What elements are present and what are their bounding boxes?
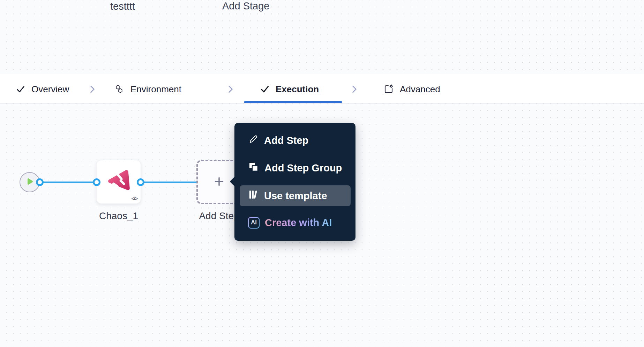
- menu-item-add-step[interactable]: Add Step: [240, 131, 351, 150]
- tab-label: Overview: [31, 84, 69, 95]
- library-icon: [248, 189, 259, 202]
- menu-item-add-step-group[interactable]: Add Step Group: [240, 158, 351, 178]
- connector-endpoint[interactable]: [137, 178, 144, 186]
- active-tab-underline: [244, 101, 342, 103]
- tab-overview[interactable]: Overview: [15, 83, 69, 95]
- tab-label: Environment: [130, 84, 181, 95]
- check-icon: [15, 84, 26, 94]
- pencil-icon: [248, 134, 259, 147]
- ai-badge-icon: AI: [248, 217, 260, 229]
- menu-item-label: Use template: [264, 190, 327, 202]
- chevron-right-icon: [350, 85, 359, 94]
- menu-item-use-template[interactable]: Use template: [240, 185, 351, 206]
- pipeline-studio: testttt Add Stage Overview Environment: [0, 0, 644, 347]
- copy-squares-icon: [248, 161, 259, 175]
- tab-execution[interactable]: Execution: [260, 83, 319, 95]
- chaos-logo-icon: [106, 169, 132, 195]
- add-stage-label[interactable]: Add Stage: [222, 0, 269, 12]
- check-icon: [260, 84, 270, 94]
- stage-name-label: testttt: [110, 1, 135, 12]
- step-node-label: Chaos_1: [91, 210, 147, 222]
- menu-item-label: Add Step: [264, 135, 308, 146]
- hexagons-icon: [114, 84, 125, 94]
- code-icon: </>: [132, 196, 137, 201]
- connector-endpoint[interactable]: [93, 178, 100, 186]
- play-icon: [24, 176, 35, 188]
- plus-icon: [213, 176, 225, 189]
- add-step-context-menu: Add Step Add Step Group Use template: [234, 123, 355, 241]
- panel-gear-icon: [383, 84, 394, 95]
- tab-label: Execution: [276, 84, 319, 95]
- tab-advanced[interactable]: Advanced: [383, 83, 440, 95]
- chevron-right-icon: [226, 85, 235, 94]
- menu-item-label: Add Step Group: [264, 162, 342, 174]
- menu-item-create-with-ai[interactable]: AI Create with AI: [240, 213, 351, 232]
- step-node-chaos[interactable]: </>: [96, 160, 141, 204]
- menu-item-label: Create with AI: [265, 217, 332, 229]
- connector-endpoint[interactable]: [36, 178, 44, 186]
- tab-environment[interactable]: Environment: [114, 83, 181, 95]
- stage-config-tab-bar: Overview Environment Execution: [0, 74, 644, 103]
- tab-label: Advanced: [400, 84, 440, 95]
- stages-canvas: testttt Add Stage: [0, 0, 644, 74]
- chevron-right-icon: [88, 85, 97, 94]
